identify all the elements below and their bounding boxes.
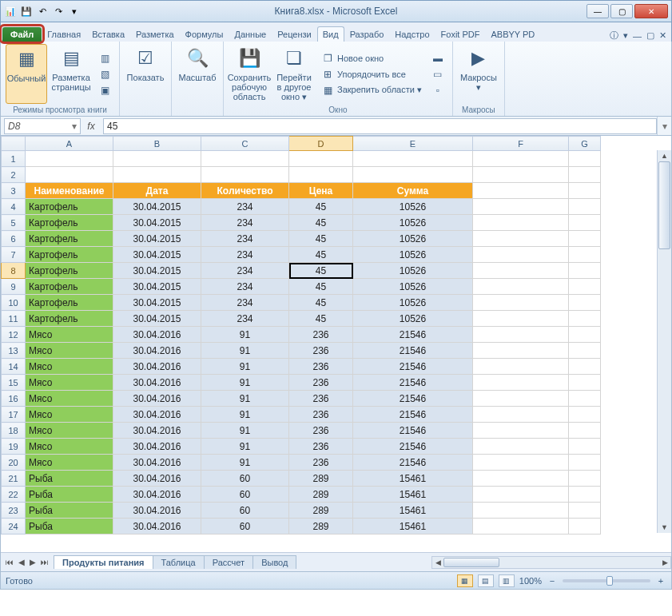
cell-E15[interactable]: 21546 <box>353 375 473 391</box>
doc-close-icon[interactable]: ✕ <box>659 30 666 41</box>
cell-E12[interactable]: 21546 <box>353 327 473 343</box>
cell[interactable] <box>569 199 601 215</box>
cell[interactable] <box>473 295 569 311</box>
cell[interactable] <box>569 391 601 407</box>
ribbon-tab-foxit pdf[interactable]: Foxit PDF <box>435 26 486 42</box>
cell-E20[interactable]: 21546 <box>353 455 473 471</box>
cell[interactable] <box>569 519 601 535</box>
name-box[interactable]: D8 ▾ <box>4 118 81 134</box>
cell-E16[interactable]: 21546 <box>353 391 473 407</box>
cell-A24[interactable]: Рыба <box>26 519 113 535</box>
cell[interactable] <box>569 151 601 167</box>
cell-D18[interactable]: 236 <box>289 423 353 439</box>
sheet-nav-last-icon[interactable]: ⏭ <box>39 558 50 566</box>
cell-C10[interactable]: 234 <box>201 295 289 311</box>
doc-restore-icon[interactable]: ▢ <box>646 30 654 41</box>
cell[interactable] <box>473 183 569 199</box>
cell-B23[interactable]: 30.04.2016 <box>113 503 201 519</box>
cell-A13[interactable]: Мясо <box>26 343 113 359</box>
table-header-cell[interactable]: Количество <box>201 183 289 199</box>
switch-windows[interactable]: ❏Перейти в другое окно ▾ <box>273 44 315 104</box>
qat-more-icon[interactable]: ▾ <box>68 5 81 18</box>
cell-B12[interactable]: 30.04.2016 <box>113 327 201 343</box>
cell-B13[interactable]: 30.04.2016 <box>113 343 201 359</box>
sheet-tab-1[interactable]: Таблица <box>153 555 205 569</box>
cell[interactable] <box>289 167 353 183</box>
cell-D22[interactable]: 289 <box>289 487 353 503</box>
row-header-14[interactable]: 14 <box>2 359 26 375</box>
cell-D20[interactable]: 236 <box>289 455 353 471</box>
sheet-grid[interactable]: ABCDEFG123НаименованиеДатаКоличествоЦена… <box>1 136 671 552</box>
row-header-20[interactable]: 20 <box>2 455 26 471</box>
row-header-12[interactable]: 12 <box>2 327 26 343</box>
cell-E13[interactable]: 21546 <box>353 343 473 359</box>
cell[interactable] <box>473 215 569 231</box>
row-header-1[interactable]: 1 <box>2 151 26 167</box>
cell-E21[interactable]: 15461 <box>353 471 473 487</box>
freeze-panes[interactable]: ▦Закрепить области ▾ <box>318 83 425 97</box>
cell-D13[interactable]: 236 <box>289 343 353 359</box>
cell[interactable] <box>473 519 569 535</box>
row-header-3[interactable]: 3 <box>2 183 26 199</box>
cell-A4[interactable]: Картофель <box>26 199 113 215</box>
row-header-9[interactable]: 9 <box>2 279 26 295</box>
cell-B15[interactable]: 30.04.2016 <box>113 375 201 391</box>
col-header-B[interactable]: B <box>113 137 201 151</box>
cell-D10[interactable]: 45 <box>289 295 353 311</box>
cell-B7[interactable]: 30.04.2015 <box>113 247 201 263</box>
doc-min-icon[interactable]: — <box>633 31 642 41</box>
sheet-tab-3[interactable]: Вывод <box>252 555 296 569</box>
cell[interactable] <box>569 183 601 199</box>
view-pagelayout-button[interactable]: ▤ <box>478 574 494 587</box>
cell[interactable] <box>473 167 569 183</box>
cell-A6[interactable]: Картофель <box>26 231 113 247</box>
cell[interactable] <box>569 279 601 295</box>
cell-C18[interactable]: 91 <box>201 423 289 439</box>
col-header-F[interactable]: F <box>473 137 569 151</box>
row-header-13[interactable]: 13 <box>2 343 26 359</box>
col-header-E[interactable]: E <box>353 137 473 151</box>
view-normal[interactable]: ▦Обычный <box>6 44 47 104</box>
cell-A11[interactable]: Картофель <box>26 311 113 327</box>
cell[interactable] <box>201 167 289 183</box>
ribbon-tab-вставка[interactable]: Вставка <box>86 26 130 42</box>
cell-C12[interactable]: 91 <box>201 327 289 343</box>
row-header-21[interactable]: 21 <box>2 471 26 487</box>
cell-D7[interactable]: 45 <box>289 247 353 263</box>
cell[interactable] <box>113 151 201 167</box>
cell-C22[interactable]: 60 <box>201 487 289 503</box>
qat-redo-icon[interactable]: ↷ <box>52 5 65 18</box>
cell-C23[interactable]: 60 <box>201 503 289 519</box>
cell-D17[interactable]: 236 <box>289 407 353 423</box>
cell-A19[interactable]: Мясо <box>26 439 113 455</box>
row-header-10[interactable]: 10 <box>2 295 26 311</box>
row-header-4[interactable]: 4 <box>2 199 26 215</box>
cell[interactable] <box>26 167 113 183</box>
cell-E18[interactable]: 21546 <box>353 423 473 439</box>
cell-B22[interactable]: 30.04.2016 <box>113 487 201 503</box>
cell-D6[interactable]: 45 <box>289 231 353 247</box>
cell-C8[interactable]: 234 <box>201 263 289 279</box>
cell-B5[interactable]: 30.04.2015 <box>113 215 201 231</box>
cell-E23[interactable]: 15461 <box>353 503 473 519</box>
ribbon-tab-разрабо[interactable]: Разрабо <box>344 26 390 42</box>
cell-C21[interactable]: 60 <box>201 471 289 487</box>
zoom-out-button[interactable]: − <box>547 576 558 586</box>
sheet-nav-prev-icon[interactable]: ◀ <box>17 558 26 566</box>
cell-B11[interactable]: 30.04.2015 <box>113 311 201 327</box>
row-header-15[interactable]: 15 <box>2 375 26 391</box>
cell[interactable] <box>569 167 601 183</box>
cell[interactable] <box>473 263 569 279</box>
cell-C14[interactable]: 91 <box>201 359 289 375</box>
cell-E7[interactable]: 10526 <box>353 247 473 263</box>
cell-A10[interactable]: Картофель <box>26 295 113 311</box>
cell[interactable] <box>569 247 601 263</box>
cell[interactable] <box>569 423 601 439</box>
cell-A5[interactable]: Картофель <box>26 215 113 231</box>
sheet-tab-0[interactable]: Продукты питания <box>54 555 153 569</box>
cell[interactable] <box>473 455 569 471</box>
cell[interactable] <box>569 231 601 247</box>
cell-C7[interactable]: 234 <box>201 247 289 263</box>
row-header-2[interactable]: 2 <box>2 167 26 183</box>
cell[interactable] <box>569 487 601 503</box>
